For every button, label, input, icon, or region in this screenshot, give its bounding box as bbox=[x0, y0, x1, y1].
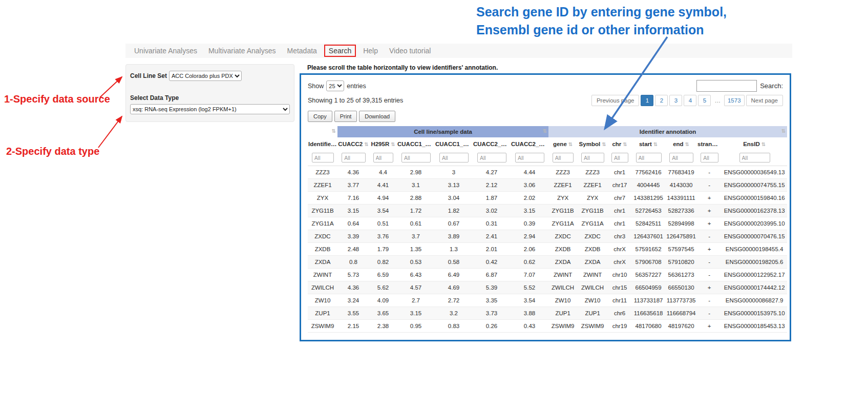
cell-ensid: ENSG00000198455.4 bbox=[722, 243, 787, 256]
sort-icon: ⇅ bbox=[602, 141, 606, 147]
group-header-identifier-annotation[interactable]: Identifier annotation⇅ bbox=[548, 126, 787, 137]
table-row-zswim9[interactable]: ZSWIM92.152.380.950.830.260.43ZSWIM9ZSWI… bbox=[308, 320, 787, 333]
filter-input-h295r[interactable] bbox=[373, 153, 394, 162]
sort-icon: ⇅ bbox=[391, 141, 395, 147]
column-header-identifier[interactable]: Identifier⇅ bbox=[308, 137, 337, 151]
page-button-5[interactable]: 5 bbox=[698, 95, 711, 106]
page-button-1[interactable]: 1 bbox=[641, 95, 653, 106]
table-row-zzef1[interactable]: ZZEF13.774.413.13.132.123.06ZZEF1ZZEF1ch… bbox=[308, 179, 787, 192]
cell-cuacc1_f1: 6.43 bbox=[397, 269, 435, 281]
nav-item-video-tutorial[interactable]: Video tutorial bbox=[384, 45, 436, 57]
cell-identifier: ZXDB bbox=[308, 243, 337, 256]
page-button-3[interactable]: 3 bbox=[669, 95, 682, 106]
filter-input-symbol[interactable] bbox=[581, 153, 604, 162]
cell-symbol: ZYG11B bbox=[577, 205, 608, 217]
cell-strand: - bbox=[697, 166, 722, 179]
previous-page-button[interactable]: Previous page bbox=[591, 95, 640, 106]
page-length-select[interactable]: 25 bbox=[326, 80, 344, 91]
cell-cuacc1_f1: 4.57 bbox=[397, 281, 435, 294]
column-header-symbol[interactable]: Symbol⇅ bbox=[577, 137, 608, 151]
download-button[interactable]: Download bbox=[359, 111, 395, 122]
cell-strand: + bbox=[697, 217, 722, 230]
nav-item-search[interactable]: Search bbox=[324, 45, 356, 57]
print-button[interactable]: Print bbox=[334, 111, 357, 122]
column-header-strand[interactable]: strand⇅ bbox=[697, 137, 722, 151]
column-header-cuacc1_f1[interactable]: CUACC1_F1⇅ bbox=[397, 137, 435, 151]
cell-symbol: ZXDA bbox=[577, 256, 608, 269]
next-page-button[interactable]: Next page bbox=[746, 95, 783, 106]
cell-cuacc2_f1: 2.41 bbox=[473, 230, 511, 243]
column-header-end[interactable]: end⇅ bbox=[665, 137, 697, 151]
table-row-zwint[interactable]: ZWINT5.736.596.436.496.877.07ZWINTZWINTc… bbox=[308, 269, 787, 281]
table-row-zyg11b[interactable]: ZYG11B3.153.541.721.823.023.15ZYG11BZYG1… bbox=[308, 205, 787, 217]
cell-chr: chr1 bbox=[608, 205, 631, 217]
cell-identifier: ZYX bbox=[308, 192, 337, 205]
filter-input-ensid[interactable] bbox=[739, 153, 770, 162]
group-header-spacer[interactable]: ⇅ bbox=[308, 126, 337, 137]
column-header-start[interactable]: start⇅ bbox=[631, 137, 665, 151]
table-row-zzz3[interactable]: ZZZ34.364.42.9834.274.44ZZZ3ZZZ3chr17756… bbox=[308, 166, 787, 179]
gene-table: ⇅Cell line/sample data⇅Identifier annota… bbox=[308, 126, 787, 333]
table-row-zxda[interactable]: ZXDA0.80.820.530.580.420.62ZXDAZXDAchrX5… bbox=[308, 256, 787, 269]
copy-button[interactable]: Copy bbox=[308, 111, 332, 122]
table-row-zw10[interactable]: ZW103.244.092.72.723.353.54ZW10ZW10chr11… bbox=[308, 294, 787, 307]
cell-line-set-row: Cell Line Set ACC Colorado plus PDX bbox=[130, 71, 290, 81]
page-button-1573[interactable]: 1573 bbox=[724, 95, 745, 106]
filter-cell-h295r bbox=[369, 151, 397, 166]
nav-item-help[interactable]: Help bbox=[357, 45, 384, 57]
table-row-zup1[interactable]: ZUP13.553.653.153.23.733.88ZUP1ZUP1chr61… bbox=[308, 307, 787, 320]
cell-h295r: 3.65 bbox=[369, 307, 397, 320]
table-search: Search: bbox=[696, 80, 783, 92]
table-row-zxdc[interactable]: ZXDC3.393.763.73.892.412.94ZXDCZXDCchr31… bbox=[308, 230, 787, 243]
page-button-4[interactable]: 4 bbox=[684, 95, 696, 106]
filter-input-identifier[interactable] bbox=[312, 153, 334, 162]
cell-identifier: ZXDA bbox=[308, 256, 337, 269]
filter-input-cuacc2[interactable] bbox=[342, 153, 366, 162]
column-header-label: CUACC2_F2 bbox=[511, 141, 546, 147]
column-header-ensid[interactable]: EnsID⇅ bbox=[722, 137, 787, 151]
column-header-cuacc2_f2[interactable]: CUACC2_F2⇅ bbox=[511, 137, 548, 151]
cell-cuacc2_f2: 0.62 bbox=[511, 256, 548, 269]
table-row-zwilch[interactable]: ZWILCH4.365.624.574.695.395.52ZWILCHZWIL… bbox=[308, 281, 787, 294]
cell-line-set-select[interactable]: ACC Colorado plus PDX bbox=[169, 71, 242, 81]
nav-item-univariate-analyses[interactable]: Univariate Analyses bbox=[129, 45, 203, 57]
table-row-zyg11a[interactable]: ZYG11A0.640.510.610.670.310.39ZYG11AZYG1… bbox=[308, 217, 787, 230]
table-search-input[interactable] bbox=[696, 80, 757, 92]
filter-input-chr[interactable] bbox=[611, 153, 628, 162]
cell-chr: chr1 bbox=[608, 166, 631, 179]
filter-input-gene[interactable] bbox=[553, 153, 574, 162]
filter-input-cuacc2_f2[interactable] bbox=[515, 153, 544, 162]
cell-cuacc2_f1: 1.87 bbox=[473, 192, 511, 205]
cell-end: 52894998 bbox=[665, 217, 697, 230]
table-row-zxdb[interactable]: ZXDB2.481.791.351.32.012.06ZXDBZXDBchrX5… bbox=[308, 243, 787, 256]
data-type-select[interactable]: xsq: RNA-seq Expression (log2 FPKM+1) bbox=[130, 104, 290, 114]
filter-input-cuacc1_f2[interactable] bbox=[439, 153, 469, 162]
nav-item-metadata[interactable]: Metadata bbox=[281, 45, 322, 57]
cell-ensid: ENSG00000074755.15 bbox=[722, 179, 787, 192]
nav-item-multivariate-analyses[interactable]: Multivariate Analyses bbox=[203, 45, 282, 57]
table-row-zyx[interactable]: ZYX7.164.942.883.041.872.02ZYXZYXchr7143… bbox=[308, 192, 787, 205]
column-header-cuacc2[interactable]: CUACC2⇅ bbox=[337, 137, 369, 151]
cell-cuacc2_f2: 3.15 bbox=[511, 205, 548, 217]
sort-icon: ⇅ bbox=[434, 141, 435, 147]
column-header-cuacc1_f2[interactable]: CUACC1_F2⇅ bbox=[435, 137, 473, 151]
cell-end: 56361273 bbox=[665, 269, 697, 281]
cell-cuacc2_f2: 2.06 bbox=[511, 243, 548, 256]
filter-input-cuacc1_f1[interactable] bbox=[401, 153, 431, 162]
group-header-cell-line-sample-data[interactable]: Cell line/sample data⇅ bbox=[337, 126, 548, 137]
filter-input-strand[interactable] bbox=[701, 153, 718, 162]
sort-icon: ⇅ bbox=[568, 141, 573, 147]
filter-input-start[interactable] bbox=[636, 153, 662, 162]
cell-start: 48170680 bbox=[631, 320, 665, 333]
column-header-chr[interactable]: chr⇅ bbox=[608, 137, 631, 151]
column-header-gene[interactable]: gene⇅ bbox=[548, 137, 577, 151]
cell-cuacc2_f1: 0.42 bbox=[473, 256, 511, 269]
column-header-cuacc2_f1[interactable]: CUACC2_F1⇅ bbox=[473, 137, 511, 151]
page-button-2[interactable]: 2 bbox=[655, 95, 668, 106]
filter-input-cuacc2_f1[interactable] bbox=[477, 153, 506, 162]
cell-cuacc2_f1: 6.87 bbox=[473, 269, 511, 281]
column-header-h295r[interactable]: H295R⇅ bbox=[369, 137, 397, 151]
cell-symbol: ZXDB bbox=[577, 243, 608, 256]
cell-cuacc1_f1: 0.61 bbox=[397, 217, 435, 230]
filter-input-end[interactable] bbox=[669, 153, 693, 162]
